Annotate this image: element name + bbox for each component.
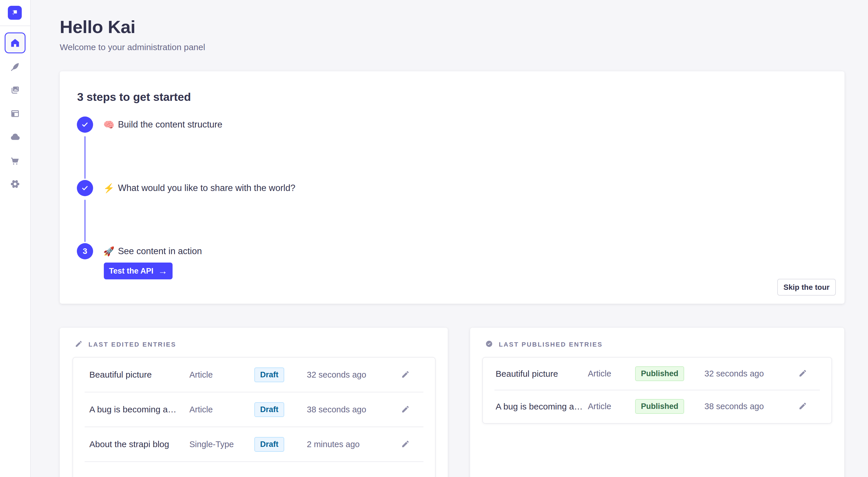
entry-time: 2 minutes ago — [307, 440, 399, 449]
sidebar-item-cloud[interactable] — [5, 127, 26, 147]
row-divider — [85, 462, 424, 462]
sidebar-item-settings[interactable] — [5, 174, 26, 195]
step-connector-line — [84, 136, 86, 179]
status-badge: Draft — [254, 368, 284, 382]
brain-emoji-icon: 🧠 — [103, 120, 115, 130]
sidebar-item-content-manager[interactable] — [5, 56, 26, 77]
cloud-icon — [9, 132, 21, 143]
entry-time: 32 seconds ago — [705, 369, 796, 378]
edit-entry-button[interactable] — [796, 400, 809, 413]
entry-type: Article — [588, 369, 635, 378]
last-published-entries-panel: LAST PUBLISHED ENTRIES Beautiful picture… — [470, 328, 844, 477]
entry-type: Article — [189, 370, 254, 380]
rocket-emoji-icon: 🚀 — [103, 246, 115, 257]
edit-entry-button[interactable] — [796, 368, 809, 380]
lightning-emoji-icon: ⚡ — [103, 183, 115, 194]
last-published-entries-header: LAST PUBLISHED ENTRIES — [485, 340, 602, 349]
check-circle-icon — [485, 340, 493, 349]
table-row: Beautiful picture Article Draft 32 secon… — [73, 357, 435, 392]
last-edited-entries-panel: LAST EDITED ENTRIES Beautiful picture Ar… — [60, 328, 448, 477]
step-2-check-circle — [77, 180, 93, 196]
table-row: A bug is becoming a… Article Draft 38 se… — [73, 393, 435, 427]
test-the-api-button[interactable]: Test the API → — [104, 263, 173, 279]
tour-title: 3 steps to get started — [77, 91, 191, 104]
entry-title: A bug is becoming a… — [496, 402, 588, 411]
getting-started-card: 3 steps to get started 🧠 Build the conte… — [60, 71, 844, 304]
pencil-icon — [401, 440, 410, 449]
status-badge: Published — [635, 399, 684, 414]
sidebar-item-home[interactable] — [5, 32, 26, 53]
table-row: About the strapi blog Single-Type Draft … — [73, 427, 435, 462]
edit-entry-button[interactable] — [399, 403, 412, 416]
step-1-label: 🧠 Build the content structure — [103, 116, 222, 133]
last-edited-entries-table: Beautiful picture Article Draft 32 secon… — [72, 357, 436, 477]
entry-title: Beautiful picture — [496, 369, 588, 379]
pencil-icon — [798, 369, 807, 378]
check-icon — [81, 184, 89, 193]
last-edited-entries-header: LAST EDITED ENTRIES — [75, 340, 176, 349]
step-3-label: 🚀 See content in action — [103, 243, 202, 259]
shopping-cart-icon — [10, 156, 20, 166]
entry-type: Article — [189, 405, 254, 414]
media-library-icon — [10, 85, 20, 95]
page-subtitle: Welcome to your administration panel — [60, 42, 205, 53]
entry-title: Beautiful picture — [89, 370, 189, 380]
pencil-icon — [401, 405, 410, 414]
home-icon — [10, 38, 20, 48]
entry-type: Single-Type — [189, 440, 254, 449]
edit-entry-button[interactable] — [399, 368, 412, 381]
table-row: A bug is becoming a… Article Published 3… — [483, 390, 832, 422]
entry-title: A bug is becoming a… — [89, 405, 189, 414]
pencil-icon — [401, 370, 410, 380]
entry-title: About the strapi blog — [89, 439, 189, 449]
step-1-check-circle — [77, 116, 93, 133]
entry-type: Article — [588, 402, 635, 411]
status-badge: Draft — [254, 437, 284, 452]
sidebar-item-media-library[interactable] — [5, 79, 26, 100]
strapi-logo[interactable] — [8, 6, 22, 20]
sidebar-item-marketplace[interactable] — [5, 150, 26, 171]
step-connector-line — [84, 200, 86, 242]
entry-time: 38 seconds ago — [307, 405, 399, 414]
skip-the-tour-button[interactable]: Skip the tour — [777, 279, 836, 296]
page-title: Hello Kai — [60, 17, 135, 37]
status-badge: Draft — [254, 402, 284, 417]
pencil-icon — [798, 402, 807, 411]
entry-time: 38 seconds ago — [705, 402, 796, 411]
check-icon — [81, 120, 89, 129]
edit-entry-button[interactable] — [399, 438, 412, 451]
layout-builder-icon — [10, 109, 20, 118]
sidebar — [0, 0, 31, 477]
sidebar-item-content-type-builder[interactable] — [5, 103, 26, 124]
feather-pen-icon — [10, 62, 20, 72]
gear-icon — [10, 179, 20, 189]
sidebar-divider — [0, 26, 30, 26]
arrow-right-icon: → — [158, 266, 167, 276]
strapi-admin-homepage: Hello Kai Welcome to your administration… — [0, 0, 868, 477]
strapi-logo-icon — [10, 8, 19, 18]
status-badge: Published — [635, 366, 684, 381]
step-3-number-circle: 3 — [77, 243, 93, 259]
table-row: Beautiful picture Article Published 32 s… — [483, 357, 832, 390]
last-published-entries-table: Beautiful picture Article Published 32 s… — [482, 357, 832, 424]
pencil-icon — [75, 340, 83, 349]
step-2-label: ⚡ What would you like to share with the … — [103, 180, 295, 196]
entry-time: 32 seconds ago — [307, 370, 399, 380]
